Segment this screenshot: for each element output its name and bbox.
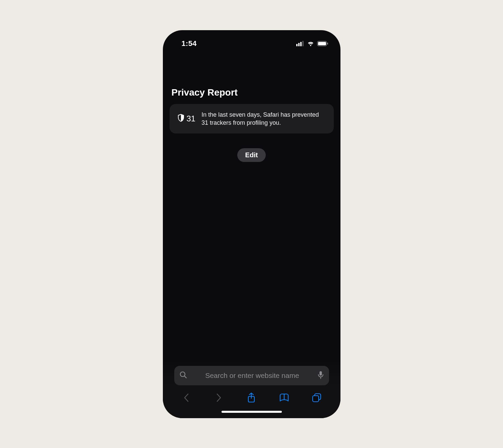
svg-rect-9	[319, 371, 322, 376]
cellular-signal-icon	[296, 41, 304, 46]
svg-rect-2	[300, 42, 302, 46]
search-icon	[180, 371, 187, 380]
svg-rect-0	[296, 44, 298, 46]
share-button[interactable]	[242, 393, 261, 403]
forward-button[interactable]	[209, 393, 228, 402]
tracker-count-group: 31	[178, 114, 196, 123]
privacy-report-card[interactable]: 31 In the last seven days, Safari has pr…	[170, 104, 334, 134]
edit-button[interactable]: Edit	[237, 148, 266, 162]
svg-point-7	[180, 372, 185, 377]
address-placeholder: Search or enter website name	[193, 372, 312, 380]
svg-rect-6	[327, 43, 328, 45]
tracker-count: 31	[187, 114, 196, 123]
tabs-button[interactable]	[307, 393, 326, 402]
shield-icon	[178, 114, 184, 123]
microphone-icon[interactable]	[318, 371, 324, 380]
address-bar[interactable]: Search or enter website name	[174, 366, 329, 385]
svg-line-8	[185, 376, 186, 378]
toolbar	[168, 387, 336, 408]
svg-rect-13	[313, 396, 319, 402]
svg-rect-3	[302, 41, 304, 46]
home-indicator[interactable]	[222, 411, 282, 413]
back-button[interactable]	[177, 393, 196, 402]
battery-icon	[317, 41, 328, 46]
status-time: 1:54	[182, 39, 197, 48]
svg-rect-5	[318, 42, 326, 45]
privacy-summary-text: In the last seven days, Safari has preve…	[201, 111, 325, 127]
start-page-content: Privacy Report 31 In the last seven days…	[163, 87, 340, 162]
phone-frame: 1:54	[163, 30, 340, 418]
wifi-icon	[307, 41, 314, 46]
svg-rect-1	[298, 43, 300, 46]
status-bar: 1:54	[163, 30, 340, 50]
bookmarks-button[interactable]	[275, 393, 294, 402]
privacy-report-title: Privacy Report	[172, 87, 334, 98]
bottom-bar: Search or enter website name	[163, 360, 340, 418]
status-icons	[296, 40, 328, 47]
